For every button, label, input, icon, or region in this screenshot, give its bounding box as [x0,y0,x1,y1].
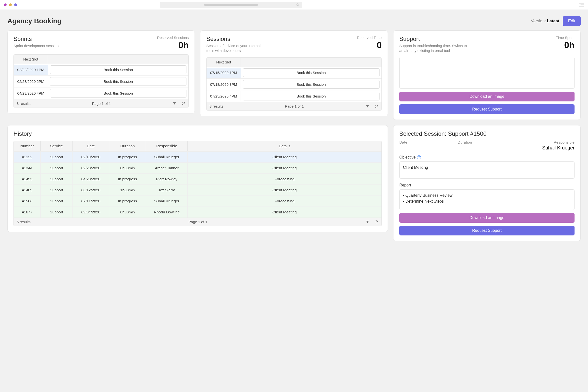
sprints-pager-text: Page 1 of 1 [92,102,111,106]
history-column-header[interactable]: Service [41,141,72,151]
history-cell-details: Forecasting [188,174,382,184]
window-minimize-icon[interactable] [9,4,12,6]
page-title: Agency Booking [7,17,62,25]
history-cell-number: #1455 [14,174,41,184]
history-row[interactable]: #1122Support02/19/2020In progressSuhail … [14,152,382,162]
history-cell-responsible: Rhodri Dowling [146,206,188,218]
book-session-button[interactable]: Book this Session [50,89,186,98]
slot-row: 07/25/2020 4PMBook this Session [206,90,381,102]
sel-date-label: Date [399,140,458,144]
history-cell-number: #1677 [14,206,41,218]
sessions-pager-text: Page 1 of 1 [285,104,304,108]
page-header: Agency Booking Version: Latest Edit [0,10,588,30]
book-session-button[interactable]: Book this Session [243,68,379,77]
version-label: Version: Latest [531,18,559,24]
sessions-subtitle: Session of advice of your internal tools… [206,43,265,54]
history-cell-responsible: Piotr Rowley [146,174,188,184]
support-download-button[interactable]: Download an Image [399,92,574,102]
objective-label-text: Objective [399,155,416,160]
session-request-button[interactable]: Request Support [399,226,574,236]
history-column-header[interactable]: Responsible [146,141,188,151]
slot-row: 02/22/2020 1PMBook this Session [14,64,188,76]
history-row[interactable]: #1566Support07/11/2020In progressSuhail … [14,196,382,206]
history-cell-duration: In progress [109,152,146,162]
sprints-metric-value: 0h [157,40,189,50]
search-input[interactable] [160,2,302,8]
history-cell-details: Client Meeting [188,184,382,196]
history-pager-text: Page 1 of 1 [188,220,207,224]
svg-point-0 [296,4,298,6]
slot-row: 02/28/2020 2PMBook this Session [14,76,188,88]
sprints-slot-table: Next Slot 02/22/2020 1PMBook this Sessio… [14,54,189,108]
help-icon[interactable]: ? [417,155,421,159]
history-cell-duration: In progress [109,174,146,184]
sel-duration-label: Duration [458,140,516,144]
sprints-results-text: 3 results [17,102,30,106]
refresh-icon[interactable] [181,101,186,106]
history-cell-service: Support [41,174,72,184]
history-column-header[interactable]: Number [14,141,41,151]
slot-datetime: 07/25/2020 4PM [206,91,241,101]
history-column-header[interactable]: Details [188,141,382,151]
edit-button[interactable]: Edit [563,16,581,26]
history-column-header[interactable]: Duration [109,141,146,151]
support-card: Support Support is troubleshooting time.… [393,30,581,120]
history-cell-duration: 1h00min [109,184,146,196]
sessions-metric-value: 0 [357,40,382,50]
session-download-button[interactable]: Download an Image [399,213,574,223]
support-metric-label: Time Spent [556,36,574,40]
support-subtitle: Support is troubleshooting time. Switch … [399,43,468,54]
filter-icon[interactable] [365,104,370,108]
slot-row: 07/15/2020 1PMBook this Session [206,67,381,79]
book-session-button[interactable]: Book this Session [243,80,379,89]
window-zoom-icon[interactable] [14,4,17,6]
history-cell-date: 06/12/2020 [72,184,109,196]
history-cell-date: 02/19/2020 [72,152,109,162]
menu-icon[interactable] [579,3,584,7]
history-cell-number: #1344 [14,162,41,174]
history-cell-duration: 0h30min [109,206,146,218]
history-cell-details: Client Meeting [188,206,382,218]
sprints-next-slot-header: Next Slot [14,55,48,64]
report-field[interactable]: • Quarterly Business Review• Determine N… [399,190,574,210]
history-cell-service: Support [41,196,72,206]
version-label-text: Version: [531,18,547,23]
support-request-button[interactable]: Request Support [399,104,574,114]
sessions-next-slot-header: Next Slot [206,58,241,67]
history-cell-duration: In progress [109,196,146,206]
refresh-icon[interactable] [374,220,378,224]
history-row[interactable]: #1455Support04/23/2020In progressPiotr R… [14,174,382,184]
filter-icon[interactable] [365,220,370,224]
slot-row: 04/23/2020 4PMBook this Session [14,88,188,99]
history-table: NumberServiceDateDurationResponsibleDeta… [14,141,382,226]
refresh-icon[interactable] [374,104,378,108]
history-cell-service: Support [41,152,72,162]
book-session-button[interactable]: Book this Session [243,92,379,100]
sessions-slot-table: Next Slot 07/15/2020 1PMBook this Sessio… [206,57,382,111]
sprints-metric-label: Reserved Sessions [157,36,189,40]
history-card: History NumberServiceDateDurationRespons… [7,125,388,232]
objective-label: Objective ? [399,155,574,160]
history-row[interactable]: #1677Support09/04/20200h30minRhodri Dowl… [14,206,382,218]
sessions-title: Sessions [206,36,265,42]
window-close-icon[interactable] [4,4,6,6]
history-column-header[interactable]: Date [72,141,109,151]
sprints-title: Sprints [14,36,58,42]
objective-field[interactable]: Client Meeting [399,162,574,178]
history-results-text: 6 results [17,220,30,224]
history-cell-details: Client Meeting [188,152,382,162]
version-value: Latest [547,18,559,23]
window-controls [4,4,17,6]
selected-session-title: Selected Session: Support #1500 [399,130,574,137]
history-row[interactable]: #1344Support02/28/20200h30minArcher Tann… [14,162,382,174]
history-cell-service: Support [41,184,72,196]
filter-icon[interactable] [172,101,177,106]
report-line: • Determine Next Steps [403,198,571,204]
history-row[interactable]: #1489Support06/12/20201h00minJez SierraC… [14,184,382,196]
history-cell-details: Forecasting [188,196,382,206]
history-cell-details: Client Meeting [188,162,382,174]
book-session-button[interactable]: Book this Session [50,77,186,86]
history-cell-responsible: Archer Tanner [146,162,188,174]
book-session-button[interactable]: Book this Session [50,66,186,74]
slot-datetime: 07/18/2020 3PM [206,80,241,90]
